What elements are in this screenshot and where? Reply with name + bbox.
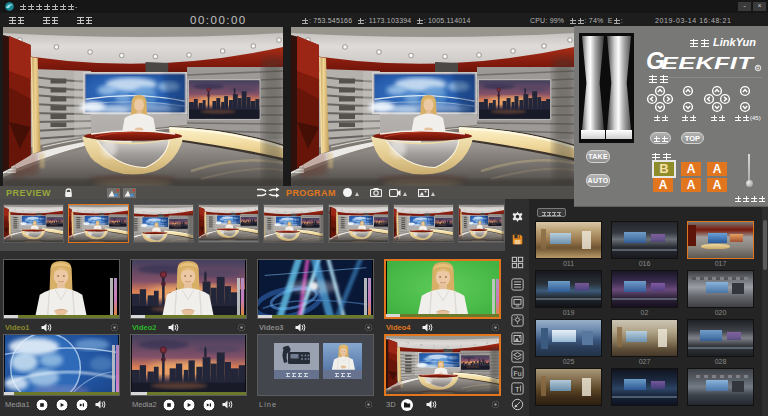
svg-text:EEKFIT: EEKFIT xyxy=(661,54,756,72)
svg-text:Fu: Fu xyxy=(514,370,522,377)
svg-text:T: T xyxy=(515,385,520,394)
